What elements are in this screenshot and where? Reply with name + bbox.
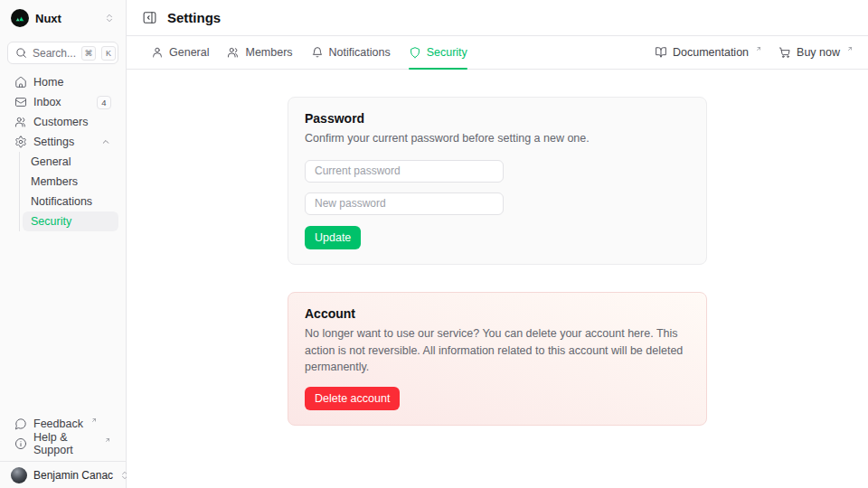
sidebar-item-inbox[interactable]: Inbox 4 <box>7 92 118 112</box>
account-card-description: No longer want to use our service? You c… <box>305 325 690 376</box>
user-name: Benjamin Canac <box>33 469 113 482</box>
sidebar-item-label: Customers <box>33 116 88 128</box>
panel-collapse-icon <box>142 10 157 25</box>
users-icon <box>227 46 240 59</box>
external-link-icon <box>104 436 111 444</box>
account-card: Account No longer want to use our servic… <box>288 292 707 426</box>
page-header: Settings <box>127 0 868 36</box>
kbd-command: ⌘ <box>81 46 96 61</box>
sidebar-nav: Home Inbox 4 Customers Settings <box>0 72 126 231</box>
settings-subnav: General Members Notifications Security <box>19 152 118 231</box>
bell-icon <box>311 46 324 59</box>
tab-actions: Documentation Buy now <box>655 36 854 69</box>
tab-bar: General Members Notifications <box>127 36 868 70</box>
tab-members[interactable]: Members <box>227 36 292 69</box>
sidebar-subitem-label: Security <box>31 215 71 228</box>
page-title: Settings <box>167 10 221 25</box>
sidebar-item-home[interactable]: Home <box>7 72 118 92</box>
sidebar-subitem-label: General <box>31 155 71 168</box>
gear-icon <box>14 136 27 148</box>
sidebar-item-customers[interactable]: Customers <box>7 112 118 132</box>
sidebar-footer: Feedback Help & Support <box>0 414 126 461</box>
chat-bubble-icon <box>14 418 27 430</box>
sidebar: Nuxt Search... ⌘ K Home <box>0 0 127 488</box>
tab-label: Security <box>427 46 467 59</box>
tabs-group: General Members Notifications <box>151 36 467 69</box>
search-icon <box>15 47 27 59</box>
info-circle-icon <box>14 437 27 450</box>
inbox-icon <box>14 96 27 108</box>
update-button[interactable]: Update <box>305 226 361 249</box>
kbd-k: K <box>101 46 116 61</box>
external-link-icon <box>846 45 854 52</box>
footer-link-label: Help & Support <box>33 431 97 456</box>
sidebar-subitem-members[interactable]: Members <box>23 172 118 192</box>
book-open-icon <box>655 46 667 59</box>
sidebar-spacer <box>0 231 126 414</box>
footer-link-label: Feedback <box>33 418 83 430</box>
sidebar-subitem-security[interactable]: Security <box>23 211 118 231</box>
password-card: Password Confirm your current password b… <box>288 97 707 265</box>
inbox-count-badge: 4 <box>97 96 111 109</box>
tab-notifications[interactable]: Notifications <box>311 36 391 69</box>
tab-label: Notifications <box>329 46 391 59</box>
action-link-label: Buy now <box>797 46 840 59</box>
main-panel: Settings General Members <box>127 0 868 488</box>
user-icon <box>151 46 164 59</box>
account-card-title: Account <box>305 306 690 321</box>
sidebar-item-label: Settings <box>33 136 74 148</box>
tab-general[interactable]: General <box>151 36 209 69</box>
new-password-input[interactable] <box>305 192 504 215</box>
tab-label: Members <box>245 46 292 59</box>
action-link-label: Documentation <box>673 46 749 59</box>
external-link-icon <box>755 45 762 52</box>
chevron-up-icon <box>100 136 111 147</box>
app-window: Nuxt Search... ⌘ K Home <box>0 0 868 488</box>
search-placeholder: Search... <box>33 47 76 60</box>
workspace-name: Nuxt <box>35 12 98 25</box>
sidebar-subitem-label: Members <box>31 175 78 188</box>
sidebar-subitem-notifications[interactable]: Notifications <box>23 192 118 211</box>
users-icon <box>14 116 27 128</box>
tab-security[interactable]: Security <box>409 36 467 69</box>
workspace-switcher[interactable]: Nuxt <box>0 0 126 36</box>
documentation-link[interactable]: Documentation <box>655 46 762 59</box>
avatar <box>11 467 27 483</box>
sidebar-item-label: Inbox <box>33 96 61 108</box>
password-card-description: Confirm your current password before set… <box>305 130 690 147</box>
shopping-cart-icon <box>778 46 791 59</box>
shield-icon <box>409 46 421 59</box>
sidebar-item-label: Home <box>33 76 63 89</box>
delete-account-button[interactable]: Delete account <box>305 387 400 410</box>
password-card-title: Password <box>305 111 690 126</box>
settings-security-content: Password Confirm your current password b… <box>127 70 868 488</box>
buy-now-link[interactable]: Buy now <box>778 46 854 59</box>
user-menu[interactable]: Benjamin Canac <box>0 461 126 488</box>
current-password-input[interactable] <box>305 160 504 183</box>
sidebar-subitem-general[interactable]: General <box>23 152 118 172</box>
nuxt-logo-icon <box>11 9 29 27</box>
search-input[interactable]: Search... ⌘ K <box>7 42 118 64</box>
sidebar-subitem-label: Notifications <box>31 195 92 208</box>
home-icon <box>14 76 27 89</box>
sidebar-item-settings[interactable]: Settings <box>7 132 118 152</box>
tab-label: General <box>169 46 209 59</box>
sidebar-collapse-button[interactable] <box>141 9 158 26</box>
external-link-icon <box>90 417 98 424</box>
chevrons-up-down-icon <box>104 13 115 23</box>
help-support-link[interactable]: Help & Support <box>7 434 118 454</box>
